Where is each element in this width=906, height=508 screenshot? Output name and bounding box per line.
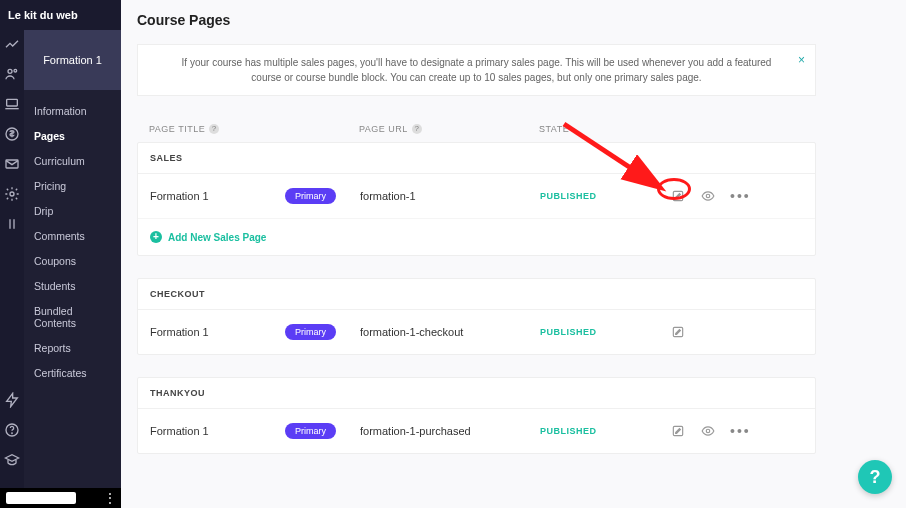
info-banner: If your course has multiple sales pages,… bbox=[137, 44, 816, 96]
primary-badge: Primary bbox=[285, 324, 336, 340]
banner-text: If your course has multiple sales pages,… bbox=[182, 57, 772, 83]
row-title: Formation 1 bbox=[150, 425, 209, 437]
info-icon[interactable]: ? bbox=[209, 124, 219, 134]
section-checkout: CHECKOUTFormation 1Primaryformation-1-ch… bbox=[137, 278, 816, 355]
sidebar-user-bar: ⋮ bbox=[0, 488, 121, 508]
section-thankyou: THANKYOUFormation 1Primaryformation-1-pu… bbox=[137, 377, 816, 454]
row-title: Formation 1 bbox=[150, 326, 209, 338]
section-sales: SALESFormation 1Primaryformation-1PUBLIS… bbox=[137, 142, 816, 256]
col-state-label: STATE bbox=[539, 124, 569, 134]
section-header: CHECKOUT bbox=[138, 279, 815, 310]
nav-item-curriculum[interactable]: Curriculum bbox=[24, 148, 121, 173]
help-icon[interactable] bbox=[4, 422, 20, 438]
sidebar-nav: InformationPagesCurriculumPricingDripCom… bbox=[24, 90, 121, 385]
dollar-icon[interactable] bbox=[4, 126, 20, 142]
section-header: THANKYOU bbox=[138, 378, 815, 409]
row-url: formation-1-checkout bbox=[360, 326, 540, 338]
pause-icon[interactable] bbox=[4, 216, 20, 232]
plus-icon: + bbox=[150, 231, 162, 243]
row-state: PUBLISHED bbox=[540, 191, 660, 201]
icon-rail bbox=[0, 0, 24, 508]
preview-icon[interactable] bbox=[700, 188, 716, 204]
analytics-icon[interactable] bbox=[4, 36, 20, 52]
close-icon[interactable]: × bbox=[798, 51, 805, 69]
more-horizontal-icon[interactable]: ••• bbox=[730, 189, 751, 203]
row-actions bbox=[660, 324, 803, 340]
svg-rect-2 bbox=[7, 99, 18, 106]
grad-cap-icon[interactable] bbox=[4, 452, 20, 468]
mail-icon[interactable] bbox=[4, 156, 20, 172]
sidebar: Le kit du web Formation 1 InformationPag… bbox=[24, 0, 121, 508]
user-chip[interactable] bbox=[6, 492, 76, 504]
svg-point-0 bbox=[8, 69, 12, 73]
nav-item-information[interactable]: Information bbox=[24, 98, 121, 123]
row-actions: ••• bbox=[660, 423, 803, 439]
col-url-label: PAGE URL bbox=[359, 124, 408, 134]
nav-item-drip[interactable]: Drip bbox=[24, 198, 121, 223]
nav-item-coupons[interactable]: Coupons bbox=[24, 248, 121, 273]
more-horizontal-icon[interactable]: ••• bbox=[730, 424, 751, 438]
edit-icon[interactable] bbox=[670, 188, 686, 204]
row-state: PUBLISHED bbox=[540, 426, 660, 436]
add-sales-page-button[interactable]: +Add New Sales Page bbox=[138, 219, 815, 255]
edit-icon[interactable] bbox=[670, 423, 686, 439]
add-sales-page-label: Add New Sales Page bbox=[168, 232, 266, 243]
help-fab[interactable]: ? bbox=[858, 460, 892, 494]
svg-point-10 bbox=[12, 433, 13, 434]
nav-item-reports[interactable]: Reports bbox=[24, 335, 121, 360]
more-vertical-icon[interactable]: ⋮ bbox=[104, 492, 115, 504]
primary-badge: Primary bbox=[285, 423, 336, 439]
bolt-icon[interactable] bbox=[4, 392, 20, 408]
row-state: PUBLISHED bbox=[540, 327, 660, 337]
page-title: Course Pages bbox=[121, 0, 906, 44]
nav-item-students[interactable]: Students bbox=[24, 273, 121, 298]
users-icon[interactable] bbox=[4, 66, 20, 82]
preview-icon[interactable] bbox=[700, 423, 716, 439]
info-icon[interactable]: ? bbox=[412, 124, 422, 134]
row-actions: ••• bbox=[660, 188, 803, 204]
row-url: formation-1-purchased bbox=[360, 425, 540, 437]
main-area: Course Pages If your course has multiple… bbox=[121, 0, 906, 508]
svg-marker-8 bbox=[7, 393, 18, 406]
row-url: formation-1 bbox=[360, 190, 540, 202]
col-title-label: PAGE TITLE bbox=[149, 124, 205, 134]
primary-badge: Primary bbox=[285, 188, 336, 204]
course-name-box[interactable]: Formation 1 bbox=[24, 30, 121, 90]
nav-item-certificates[interactable]: Certificates bbox=[24, 360, 121, 385]
svg-point-5 bbox=[10, 192, 14, 196]
nav-item-bundled-contents[interactable]: Bundled Contents bbox=[24, 298, 121, 335]
brand-title: Le kit du web bbox=[0, 0, 121, 30]
row-title: Formation 1 bbox=[150, 190, 209, 202]
nav-item-pages[interactable]: Pages bbox=[24, 123, 121, 148]
svg-point-12 bbox=[706, 194, 710, 198]
edit-icon[interactable] bbox=[670, 324, 686, 340]
course-name-label: Formation 1 bbox=[43, 54, 102, 66]
table-row: Formation 1Primaryformation-1PUBLISHED••… bbox=[138, 174, 815, 219]
nav-item-pricing[interactable]: Pricing bbox=[24, 173, 121, 198]
svg-point-15 bbox=[706, 429, 710, 433]
table-row: Formation 1Primaryformation-1-checkoutPU… bbox=[138, 310, 815, 354]
gear-icon[interactable] bbox=[4, 186, 20, 202]
column-headers: PAGE TITLE ? PAGE URL ? STATE bbox=[137, 116, 816, 142]
section-header: SALES bbox=[138, 143, 815, 174]
laptop-icon[interactable] bbox=[4, 96, 20, 112]
nav-item-comments[interactable]: Comments bbox=[24, 223, 121, 248]
table-row: Formation 1Primaryformation-1-purchasedP… bbox=[138, 409, 815, 453]
svg-point-1 bbox=[14, 69, 17, 72]
